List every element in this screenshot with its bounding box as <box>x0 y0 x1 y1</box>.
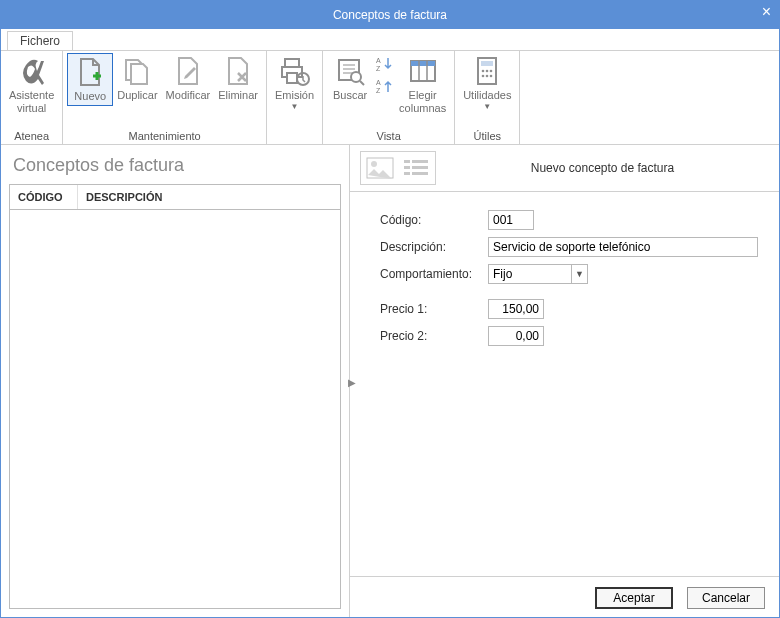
tab-fichero[interactable]: Fichero <box>7 31 73 50</box>
title-bar: Conceptos de factura × <box>1 1 779 29</box>
nuevo-button[interactable]: Nuevo <box>67 53 113 106</box>
precio2-label: Precio 2: <box>380 329 488 343</box>
svg-rect-25 <box>412 166 428 169</box>
svg-rect-26 <box>404 172 410 175</box>
group-label-atenea: Atenea <box>1 129 62 144</box>
sort-desc-icon: AZ <box>375 77 393 95</box>
sort-asc-icon: AZ <box>375 55 393 73</box>
svg-point-14 <box>482 70 485 73</box>
view-toggle <box>360 151 436 185</box>
alpha-icon <box>16 55 48 87</box>
view-thumb-list[interactable] <box>399 154 433 182</box>
svg-text:Z: Z <box>376 65 381 72</box>
ribbon: Asistentevirtual Atenea Nuevo Duplicar <box>1 51 779 145</box>
close-icon[interactable]: × <box>762 3 771 21</box>
svg-text:A: A <box>376 57 381 64</box>
codigo-label: Código: <box>380 213 488 227</box>
search-icon <box>334 55 366 87</box>
utilidades-button[interactable]: Utilidades ▼ <box>459 53 515 113</box>
precio1-input[interactable] <box>488 299 544 319</box>
svg-point-16 <box>490 70 493 73</box>
svg-rect-27 <box>412 172 428 175</box>
chevron-down-icon: ▼ <box>571 265 587 283</box>
svg-point-19 <box>490 75 493 78</box>
elegir-columnas-button[interactable]: Elegircolumnas <box>395 53 450 116</box>
ribbon-tabs: Fichero <box>1 29 779 51</box>
dropdown-arrow-icon: ▼ <box>483 102 491 111</box>
svg-point-17 <box>482 75 485 78</box>
svg-rect-23 <box>412 160 428 163</box>
svg-rect-11 <box>411 61 435 66</box>
eliminar-button[interactable]: Eliminar <box>214 53 262 104</box>
col-header-desc[interactable]: DESCRIPCIÓN <box>78 185 340 209</box>
duplicar-button[interactable]: Duplicar <box>113 53 161 104</box>
asistente-virtual-button[interactable]: Asistentevirtual <box>5 53 58 116</box>
comp-select[interactable]: Fijo ▼ <box>488 264 588 284</box>
buscar-button[interactable]: Buscar <box>327 53 373 104</box>
precio2-input[interactable] <box>488 326 544 346</box>
modificar-button[interactable]: Modificar <box>162 53 215 104</box>
page-title: Conceptos de factura <box>1 145 349 184</box>
document-delete-icon <box>222 55 254 87</box>
desc-input[interactable] <box>488 237 758 257</box>
dropdown-arrow-icon: ▼ <box>291 102 299 111</box>
form-title: Nuevo concepto de factura <box>436 161 769 175</box>
print-icon <box>279 55 311 87</box>
svg-rect-24 <box>404 166 410 169</box>
expander-handle[interactable]: ▶ <box>348 377 356 388</box>
sort-asc-button[interactable]: AZ <box>373 53 395 75</box>
left-panel: Conceptos de factura CÓDIGO DESCRIPCIÓN … <box>1 145 350 618</box>
columns-icon <box>407 55 439 87</box>
right-panel: Nuevo concepto de factura Código: Descri… <box>350 145 779 618</box>
precio1-label: Precio 1: <box>380 302 488 316</box>
desc-label: Descripción: <box>380 240 488 254</box>
document-new-icon <box>74 56 106 88</box>
sort-desc-button[interactable]: AZ <box>373 75 395 97</box>
svg-rect-22 <box>404 160 410 163</box>
comp-label: Comportamiento: <box>380 267 488 281</box>
col-header-codigo[interactable]: CÓDIGO <box>10 185 78 209</box>
aceptar-button[interactable]: Aceptar <box>595 587 673 609</box>
svg-rect-0 <box>285 59 299 67</box>
group-label-vista: Vista <box>323 129 454 144</box>
svg-point-5 <box>351 72 361 82</box>
window-title: Conceptos de factura <box>333 8 447 22</box>
grid-body <box>10 210 340 608</box>
svg-point-21 <box>371 161 377 167</box>
group-label-mant: Mantenimiento <box>63 129 266 144</box>
svg-point-15 <box>486 70 489 73</box>
document-duplicate-icon <box>121 55 153 87</box>
svg-rect-2 <box>287 73 297 83</box>
document-edit-icon <box>172 55 204 87</box>
emision-button[interactable]: Emisión ▼ <box>271 53 318 113</box>
svg-text:A: A <box>376 79 381 86</box>
view-thumb-image[interactable] <box>363 154 397 182</box>
svg-rect-13 <box>481 61 493 66</box>
calculator-icon <box>471 55 503 87</box>
cancelar-button[interactable]: Cancelar <box>687 587 765 609</box>
data-grid[interactable]: CÓDIGO DESCRIPCIÓN <box>9 184 341 609</box>
svg-point-18 <box>486 75 489 78</box>
group-label-utiles: Útiles <box>455 129 519 144</box>
svg-text:Z: Z <box>376 87 381 94</box>
codigo-input[interactable] <box>488 210 534 230</box>
